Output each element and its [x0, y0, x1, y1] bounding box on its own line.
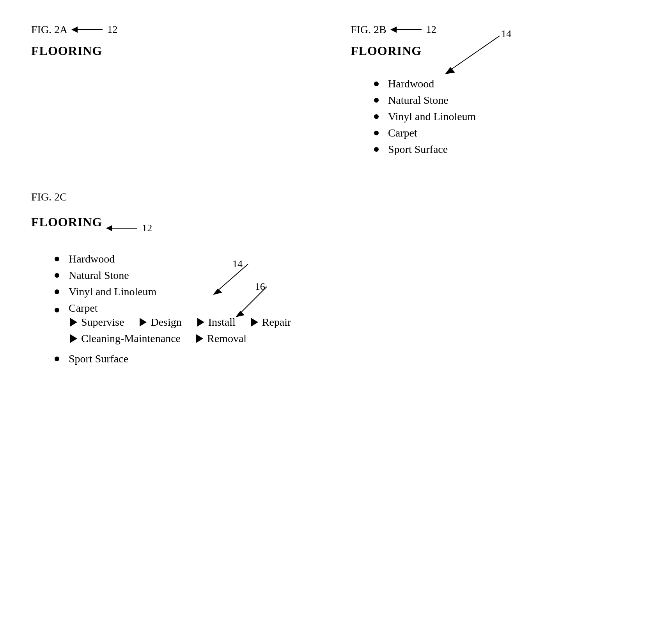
bullet-icon	[374, 147, 379, 152]
fig-2b-section: FIG. 2B 12 FLOORING 14	[335, 23, 639, 160]
triangle-icon	[70, 334, 77, 343]
bullet-icon	[374, 82, 379, 86]
install-item: Install 16	[197, 316, 236, 328]
bullet-icon	[374, 98, 379, 103]
item-natural-stone-2c: Natural Stone	[69, 269, 129, 282]
fig-2b-flooring-title: FLOORING	[351, 44, 422, 58]
carpet-label-row: Carpet	[55, 302, 98, 314]
removal-label: Removal	[207, 332, 246, 345]
ref-16-annotation: 16	[232, 285, 278, 323]
ref-14-number: 14	[501, 28, 511, 40]
design-item: Design	[140, 316, 181, 328]
design-label: Design	[151, 316, 181, 328]
svg-marker-7	[106, 225, 112, 231]
fig-2c-ref12-annotation: 12	[106, 222, 152, 234]
fig-2b-flooring-block: FLOORING 14	[351, 44, 422, 70]
arrow-14-icon	[437, 32, 507, 79]
ref-14-annotation: 14	[437, 32, 507, 82]
ref-16-number: 16	[255, 281, 265, 293]
fig-2c-title: FIG. 2C	[31, 191, 67, 203]
fig-2c-flooring-block: FLOORING 12 Hardwood	[31, 215, 639, 365]
install-label: Install 16	[208, 316, 236, 328]
arrow-left-icon	[71, 24, 103, 35]
fig-2b-title: FIG. 2B	[351, 23, 386, 36]
cleaning-label: Cleaning-Maintenance	[81, 332, 181, 345]
carpet-subitems: Supervise Design Ins	[55, 316, 291, 349]
fig-2c-flooring-title: FLOORING	[31, 215, 102, 229]
list-item-carpet: Carpet Supervise	[55, 302, 639, 349]
fig-2c-section: FIG. 2C FLOORING 12 Hard	[31, 191, 639, 369]
list-item: Sport Surface	[55, 353, 639, 365]
page: FIG. 2A 12 FLOORING FIG. 2B	[31, 23, 639, 369]
list-item-vinyl: Vinyl and Linoleum 14	[55, 286, 639, 298]
cleaning-item: Cleaning-Maintenance	[70, 332, 181, 345]
fig-2a-label: FIG. 2A 12	[31, 23, 319, 36]
fig-2a-flooring-title: FLOORING	[31, 44, 319, 58]
ref-14-fig2c-number: 14	[232, 258, 243, 270]
fig-2b-items-list: Hardwood Natural Stone Vinyl and Linoleu…	[351, 78, 639, 156]
bullet-icon	[374, 114, 379, 119]
list-item: Hardwood	[55, 253, 639, 265]
list-item: Vinyl and Linoleum	[374, 110, 639, 123]
list-item: Sport Surface	[374, 143, 639, 156]
bullet-icon	[55, 273, 59, 278]
supervise-item: Supervise	[70, 316, 124, 328]
list-item: Natural Stone	[55, 269, 639, 282]
fig-2b-annotation: 12	[390, 24, 436, 35]
item-carpet-2c: Carpet	[69, 302, 98, 314]
fig-2a-title: FIG. 2A	[31, 23, 67, 36]
carpet-subrow-2: Cleaning-Maintenance Removal	[70, 332, 291, 345]
fig-2c-ref: 12	[142, 222, 152, 234]
carpet-subrow-1: Supervise Design Ins	[70, 316, 291, 328]
triangle-icon	[197, 318, 204, 326]
svg-marker-3	[390, 27, 397, 33]
list-item: Carpet	[374, 127, 639, 139]
list-item: Natural Stone	[374, 94, 639, 106]
top-row: FIG. 2A 12 FLOORING FIG. 2B	[31, 23, 639, 160]
svg-marker-1	[71, 27, 78, 33]
item-sport-surface-2c: Sport Surface	[69, 353, 128, 365]
item-vinyl-linoleum-2c: Vinyl and Linoleum 14	[69, 286, 156, 298]
bullet-icon	[374, 131, 379, 135]
bullet-icon	[55, 308, 59, 312]
item-hardwood: Hardwood	[388, 78, 434, 90]
fig-2a-ref: 12	[107, 24, 117, 35]
bullet-icon	[55, 257, 59, 261]
triangle-icon	[70, 318, 77, 326]
fig-2b-ref: 12	[426, 24, 436, 35]
svg-marker-9	[213, 289, 222, 295]
svg-marker-11	[236, 311, 245, 317]
triangle-icon	[196, 334, 203, 343]
arrow-left-icon-2b	[390, 24, 422, 35]
fig-2a-annotation: 12	[71, 24, 117, 35]
fig-2c-items-list: Hardwood Natural Stone Vinyl and Linoleu…	[31, 253, 639, 365]
bullet-icon	[55, 289, 59, 294]
item-carpet: Carpet	[388, 127, 417, 139]
fig-2c-label: FIG. 2C	[31, 191, 639, 203]
item-hardwood-2c: Hardwood	[69, 253, 115, 265]
fig-2c-list-container: Hardwood Natural Stone Vinyl and Linoleu…	[31, 253, 639, 365]
supervise-label: Supervise	[81, 316, 124, 328]
svg-line-4	[449, 36, 500, 71]
fig-2c-flooring-title-row: FLOORING 12	[31, 215, 639, 241]
item-vinyl-linoleum: Vinyl and Linoleum	[388, 110, 476, 123]
item-natural-stone: Natural Stone	[388, 94, 448, 106]
fig-2a-section: FIG. 2A 12 FLOORING	[31, 23, 335, 160]
removal-item: Removal	[196, 332, 246, 345]
bullet-icon	[55, 357, 59, 361]
triangle-icon	[140, 318, 147, 326]
item-sport-surface: Sport Surface	[388, 143, 448, 156]
arrow-left-icon-2c	[106, 222, 137, 234]
